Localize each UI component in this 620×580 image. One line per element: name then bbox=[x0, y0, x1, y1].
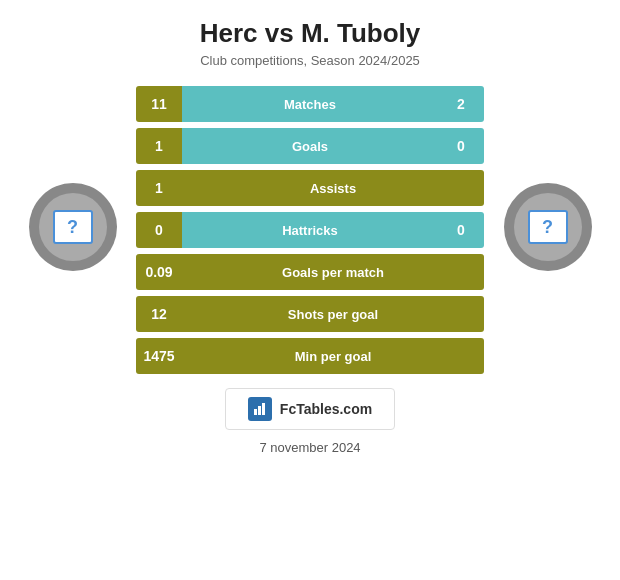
stat-right-value: 2 bbox=[438, 86, 484, 122]
stat-right-value: 0 bbox=[438, 212, 484, 248]
subtitle: Club competitions, Season 2024/2025 bbox=[20, 53, 600, 68]
stat-left-value: 11 bbox=[136, 86, 182, 122]
stats-table: 11Matches21Goals01Assists0Hattricks00.09… bbox=[130, 86, 490, 374]
content-area: ? 11Matches21Goals01Assists0Hattricks00.… bbox=[0, 76, 620, 374]
stat-label: Goals bbox=[182, 128, 438, 164]
player-left-avatar-box: ? bbox=[53, 210, 93, 244]
stat-row: 1Goals0 bbox=[136, 128, 484, 164]
stat-left-value: 1475 bbox=[136, 338, 182, 374]
stat-left-value: 1 bbox=[136, 170, 182, 206]
date-footer: 7 november 2024 bbox=[259, 440, 360, 469]
stat-row: 0.09Goals per match bbox=[136, 254, 484, 290]
stat-row: 11Matches2 bbox=[136, 86, 484, 122]
stat-label: Goals per match bbox=[182, 254, 484, 290]
header: Herc vs M. Tuboly Club competitions, Sea… bbox=[0, 0, 620, 76]
stat-left-value: 12 bbox=[136, 296, 182, 332]
player-left-avatar-outer: ? bbox=[29, 183, 117, 271]
fctables-label: FcTables.com bbox=[280, 401, 372, 417]
player-right-avatar-inner: ? bbox=[514, 193, 582, 261]
stat-left-value: 0 bbox=[136, 212, 182, 248]
stat-row: 1Assists bbox=[136, 170, 484, 206]
svg-rect-2 bbox=[262, 403, 265, 415]
page-title: Herc vs M. Tuboly bbox=[20, 18, 600, 49]
fctables-icon bbox=[248, 397, 272, 421]
stat-row: 12Shots per goal bbox=[136, 296, 484, 332]
player-right: ? bbox=[490, 183, 605, 277]
player-right-avatar-outer: ? bbox=[504, 183, 592, 271]
stat-label: Matches bbox=[182, 86, 438, 122]
player-left-avatar-inner: ? bbox=[39, 193, 107, 261]
stat-label: Assists bbox=[182, 170, 484, 206]
player-left-question-icon: ? bbox=[67, 217, 78, 238]
player-left: ? bbox=[15, 183, 130, 277]
fctables-banner: FcTables.com bbox=[225, 388, 395, 430]
stat-row: 1475Min per goal bbox=[136, 338, 484, 374]
svg-rect-1 bbox=[258, 406, 261, 415]
stat-row: 0Hattricks0 bbox=[136, 212, 484, 248]
stat-right-value: 0 bbox=[438, 128, 484, 164]
stat-label: Min per goal bbox=[182, 338, 484, 374]
svg-rect-0 bbox=[254, 409, 257, 415]
player-right-avatar-box: ? bbox=[528, 210, 568, 244]
stat-left-value: 1 bbox=[136, 128, 182, 164]
player-right-question-icon: ? bbox=[542, 217, 553, 238]
stat-left-value: 0.09 bbox=[136, 254, 182, 290]
stat-label: Shots per goal bbox=[182, 296, 484, 332]
stat-label: Hattricks bbox=[182, 212, 438, 248]
